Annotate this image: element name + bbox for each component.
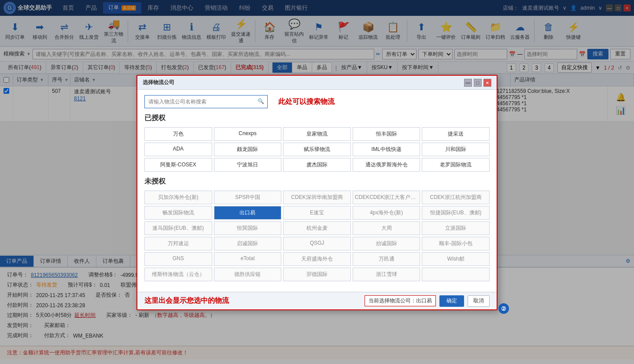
modal-ok-button[interactable]: 确定	[439, 295, 464, 307]
modal-controls: — □ ×	[464, 79, 491, 87]
unauthorized-company-cell[interactable]: 恒捷国际(EUB、澳邮)	[422, 206, 490, 220]
authorized-company-cell[interactable]: 颇龙国际	[214, 143, 282, 156]
authorized-company-cell[interactable]: 恒丰国际	[353, 127, 420, 141]
authorized-company-cell[interactable]: 通达俄罗斯海外仓	[353, 158, 420, 172]
modal-search-row: 🔍 此处可以搜索物流	[144, 95, 490, 108]
unauthorized-company-cell[interactable]: 速马国际(EUB、澳邮)	[144, 221, 212, 235]
unauthorized-company-cell[interactable]: CDEK浙江杭州加盟商	[422, 191, 490, 204]
annotation-2: ②	[498, 303, 509, 314]
unauthorized-company-cell[interactable]: CDEKCDEK浙江大客户通道	[353, 191, 420, 204]
unauthorized-company-cell[interactable]: 万邦速运	[144, 237, 212, 250]
authorized-company-cell[interactable]: 虞杰国际	[283, 158, 351, 172]
unauthorized-company-cell[interactable]: 维斯特洛物流（云仓）	[144, 268, 212, 281]
unauthorized-company-cell[interactable]: 杭州金麦	[283, 221, 351, 235]
unauthorized-company-cell[interactable]: E速宝	[283, 206, 351, 220]
logistics-search-input[interactable]	[144, 95, 268, 108]
authorized-company-cell[interactable]: 阿曼斯-COSEX	[144, 158, 212, 172]
unauthorized-company-cell[interactable]: Wish邮	[422, 252, 490, 266]
authorized-company-cell[interactable]: IML中线快递	[353, 143, 420, 156]
modal-maximize-button[interactable]: □	[474, 79, 482, 87]
unauthorized-company-cell[interactable]: 恒巽国际	[214, 221, 282, 235]
unauthorized-company-cell[interactable]: 浙江雪球	[353, 268, 420, 281]
unauthorized-company-cell[interactable]: 4px海外仓(新)	[353, 206, 420, 220]
unauthorized-company-cell[interactable]: 万邑通	[353, 252, 420, 266]
unauthorized-company-cell[interactable]: GNS	[144, 252, 212, 266]
authorized-company-cell[interactable]: 老罗国际物流	[422, 158, 490, 172]
modal-overlay: 选择物流公司 — □ × 🔍 此处可以搜索物流 已授权	[0, 0, 634, 364]
unauthorized-company-cell[interactable]: 德胜供应链	[214, 268, 282, 281]
unauthorized-company-cell[interactable]: 大周	[353, 221, 420, 235]
unauthorized-company-cell[interactable]: 抬诚国际	[353, 237, 420, 250]
authorized-company-cell[interactable]: 宁波旭日	[214, 158, 282, 172]
unauthorized-company-cell[interactable]: SPSR中国	[214, 191, 282, 204]
modal-body: 🔍 此处可以搜索物流 已授权 万色Cnexps皇家物流恒丰国际捷采送ADA颇龙国…	[137, 90, 497, 292]
authorized-company-cell[interactable]: 赋乐驿物流	[283, 143, 351, 156]
footer-hint: 这里出会显示您选中的物流	[144, 296, 361, 305]
authorized-company-cell[interactable]: 皇家物流	[283, 127, 351, 141]
unauthorized-company-cell[interactable]: CDEK深圳华南加盟商	[283, 191, 351, 204]
unauthorized-company-cell[interactable]	[422, 268, 490, 281]
unauthorized-company-cell[interactable]: 贝加尔海外仓(新)	[144, 191, 212, 204]
search-icon: 🔍	[258, 98, 264, 104]
unauthorized-company-cell[interactable]: 立派国际	[422, 221, 490, 235]
modal-cancel-button[interactable]: 取消	[468, 295, 490, 307]
authorized-grid: 万色Cnexps皇家物流恒丰国际捷采送ADA颇龙国际赋乐驿物流IML中线快递川和…	[144, 127, 490, 172]
authorized-company-cell[interactable]: 捷采送	[422, 127, 490, 141]
unauthorized-company-cell[interactable]: 顺丰-国际小包	[422, 237, 490, 250]
modal-close-button[interactable]: ×	[483, 79, 491, 87]
search-container: 🔍	[144, 95, 268, 108]
authorized-title: 已授权	[144, 114, 490, 123]
unauthorized-company-cell[interactable]: 出口易	[214, 206, 282, 220]
unauthorized-company-cell[interactable]: 羿德国际	[283, 268, 351, 281]
modal-minimize-button[interactable]: —	[464, 79, 472, 87]
unauthorized-company-cell[interactable]: QSGJ	[283, 237, 351, 250]
unauthorized-grid: 贝加尔海外仓(新)SPSR中国CDEK深圳华南加盟商CDEKCDEK浙江大客户通…	[144, 191, 490, 281]
authorized-company-cell[interactable]: Cnexps	[214, 127, 282, 141]
unauthorized-company-cell[interactable]: 畅发国际物流	[144, 206, 212, 220]
authorized-company-cell[interactable]: ADA	[144, 143, 212, 156]
unauthorized-company-cell[interactable]: 天府盛海外仓	[283, 252, 351, 266]
logistics-modal: 选择物流公司 — □ × 🔍 此处可以搜索物流 已授权	[136, 75, 498, 310]
unauthorized-title: 未授权	[144, 177, 490, 186]
authorized-company-cell[interactable]: 万色	[144, 127, 212, 141]
modal-title-bar: 选择物流公司 — □ ×	[137, 76, 497, 90]
selected-company-label: 当前选择物流公司：出口易	[365, 295, 436, 306]
authorized-company-cell[interactable]: 川和国际	[422, 143, 490, 156]
modal-footer: 这里出会显示您选中的物流 当前选择物流公司：出口易 确定 取消 ②	[137, 292, 497, 309]
modal-title: 选择物流公司	[143, 79, 174, 86]
modal-search-hint: 此处可以搜索物流	[278, 97, 335, 107]
unauthorized-company-cell[interactable]: eTotal	[214, 252, 282, 266]
unauthorized-company-cell[interactable]: 启诚国际	[214, 237, 282, 250]
